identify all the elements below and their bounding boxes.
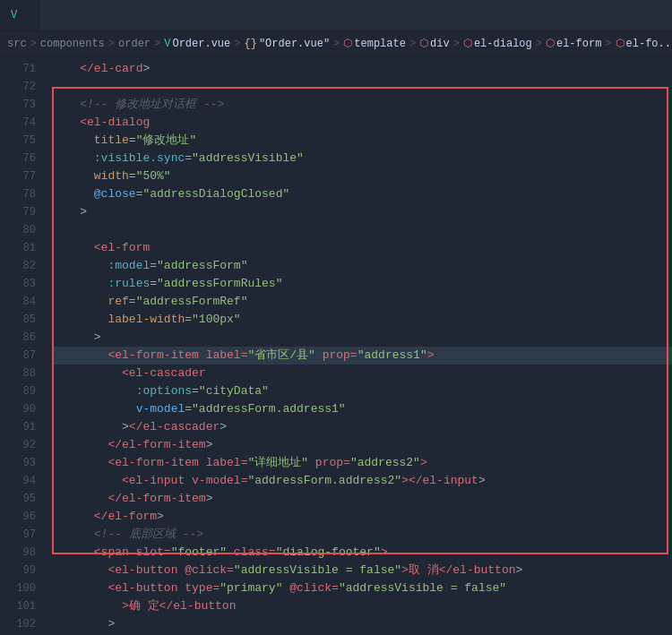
line-content: </el-form-item> <box>52 490 212 508</box>
code-line: ></el-cascader> <box>52 418 672 436</box>
code-content[interactable]: </el-card> <!-- 修改地址对话框 --> <el-dialog t… <box>45 56 672 635</box>
line-content: v-model="addressForm.address1" <box>52 400 346 418</box>
code-line: <!-- 底部区域 --> <box>52 526 672 544</box>
breadcrumb-sep-2: > <box>108 38 115 50</box>
line-content: <el-form-item label="省市区/县" prop="addres… <box>52 347 435 365</box>
line-number: 88 <box>0 365 36 382</box>
code-line: ref="addressFormRef" <box>52 293 672 311</box>
code-line: :visible.sync="addressVisible" <box>52 150 672 167</box>
breadcrumb-order: order <box>118 38 151 50</box>
vue-file-icon: V <box>11 9 17 21</box>
line-content: :model="addressForm" <box>52 257 247 275</box>
breadcrumb-sep-1: > <box>30 38 37 50</box>
breadcrumb-tag-icon-1: ⬡ <box>343 37 352 50</box>
line-content: >确 定</el-button <box>52 597 236 615</box>
line-content: title="修改地址" <box>52 132 196 150</box>
line-number: 76 <box>0 150 36 167</box>
code-line: @close="addressDialogClosed" <box>52 185 672 203</box>
line-number: 78 <box>0 185 36 203</box>
code-line: label-width="100px" <box>52 311 672 329</box>
line-content: ref="addressFormRef" <box>52 293 247 311</box>
breadcrumb-template: template <box>354 38 406 50</box>
breadcrumb-elfo: el-fo... <box>626 38 672 50</box>
breadcrumb-brace-icon: {} <box>244 38 256 50</box>
breadcrumb-src: src <box>7 38 27 50</box>
line-number: 92 <box>0 436 36 454</box>
code-line: <el-button @click="addressVisible = fals… <box>52 562 672 579</box>
breadcrumb-sep-8: > <box>536 38 542 50</box>
line-number: 75 <box>0 132 36 150</box>
code-line: </el-form-item> <box>52 490 672 508</box>
line-content: label-width="100px" <box>52 311 241 329</box>
line-content: > <box>52 329 101 347</box>
code-line <box>52 221 672 239</box>
code-line: > <box>52 329 672 347</box>
line-number: 87 <box>0 347 36 365</box>
line-number: 102 <box>0 615 36 633</box>
line-number: 80 <box>0 221 36 239</box>
line-content: </el-form> <box>52 508 164 526</box>
line-number: 99 <box>0 562 36 579</box>
line-content: <!-- 修改地址对话框 --> <box>52 96 224 114</box>
line-content: <el-form-item label="详细地址" prop="address… <box>52 454 427 472</box>
line-number: 98 <box>0 544 36 562</box>
line-content: <!-- 底部区域 --> <box>52 526 203 544</box>
line-number: 96 <box>0 508 36 526</box>
line-number: 77 <box>0 167 36 185</box>
line-number: 91 <box>0 418 36 436</box>
line-content: </el-form-item> <box>52 436 212 454</box>
line-content: @close="addressDialogClosed" <box>52 185 289 203</box>
line-content: :rules="addressFormRules" <box>52 275 282 293</box>
line-content: <el-button type="primary" @click="addres… <box>52 579 506 597</box>
code-line: width="50%" <box>52 167 672 185</box>
breadcrumb-sep-7: > <box>453 38 460 50</box>
line-content: > <box>52 203 87 221</box>
breadcrumb-ordervue-str: "Order.vue" <box>259 38 330 50</box>
breadcrumb-components: components <box>40 38 105 50</box>
breadcrumb-sep-9: > <box>605 38 611 50</box>
code-editor: 7172737475767778798081828384858687888990… <box>0 56 672 635</box>
line-content: <span slot="footer" class="dialog-footer… <box>52 544 388 562</box>
breadcrumb-vue-icon: V <box>164 38 170 50</box>
line-content: </el-card> <box>52 60 150 78</box>
line-content: <el-input v-model="addressForm.address2"… <box>52 472 486 490</box>
breadcrumb-sep-5: > <box>333 38 340 50</box>
line-number: 73 <box>0 96 36 114</box>
line-content: <el-form <box>52 239 150 257</box>
line-content: > <box>52 615 115 633</box>
code-line: title="修改地址" <box>52 132 672 150</box>
code-line: <!-- 修改地址对话框 --> <box>52 96 672 114</box>
line-content: :options="cityData" <box>52 382 269 400</box>
line-number: 93 <box>0 454 36 472</box>
line-number: 89 <box>0 382 36 400</box>
breadcrumb-sep-6: > <box>409 38 416 50</box>
line-number: 81 <box>0 239 36 257</box>
line-number: 86 <box>0 329 36 347</box>
code-line: >确 定</el-button <box>52 597 672 615</box>
breadcrumb-eldialog: el-dialog <box>474 38 532 50</box>
code-line: :options="cityData" <box>52 382 672 400</box>
code-line: <el-form <box>52 239 672 257</box>
breadcrumb: src > components > order > V Order.vue >… <box>0 31 672 56</box>
line-number: 84 <box>0 293 36 311</box>
line-number: 101 <box>0 597 36 615</box>
line-content: width="50%" <box>52 167 171 185</box>
tab-order-vue[interactable]: V <box>0 0 39 30</box>
breadcrumb-tag-icon-5: ⬡ <box>616 37 625 50</box>
line-number: 79 <box>0 203 36 221</box>
breadcrumb-tag-icon-3: ⬡ <box>463 37 472 50</box>
line-number: 71 <box>0 60 36 78</box>
breadcrumb-sep-4: > <box>234 38 240 50</box>
breadcrumb-ordervue: Order.vue <box>172 38 230 50</box>
code-line: > <box>52 203 672 221</box>
line-number: 82 <box>0 257 36 275</box>
code-line: > <box>52 615 672 633</box>
code-line: <el-dialog <box>52 114 672 132</box>
code-line: </el-card> <box>52 60 672 78</box>
line-number: 85 <box>0 311 36 329</box>
line-number: 83 <box>0 275 36 293</box>
line-content: <el-dialog <box>52 114 150 132</box>
line-content: :visible.sync="addressVisible" <box>52 150 304 167</box>
line-content: ></el-cascader> <box>52 418 227 436</box>
line-number: 94 <box>0 472 36 490</box>
